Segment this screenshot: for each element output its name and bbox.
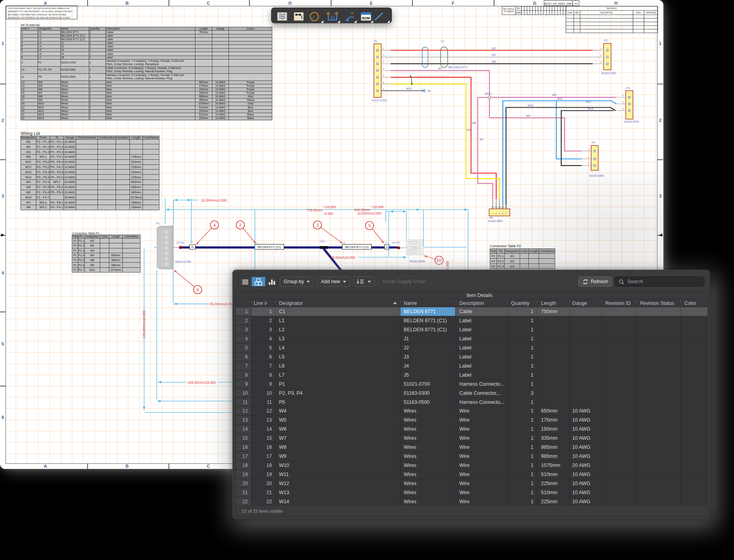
svg-text:1: 1 <box>600 47 602 50</box>
svg-text:10.00mm±2.000: 10.00mm±2.000 <box>357 211 382 215</box>
svg-text:CP P2: CP P2 <box>392 241 400 244</box>
svg-text:SPL1: SPL1 <box>485 92 492 95</box>
svg-text:1: 1 <box>588 148 590 151</box>
svg-text:55.00mm±5.000: 55.00mm±5.000 <box>331 256 355 259</box>
svg-text:51163-0300: 51163-0300 <box>410 259 425 263</box>
svg-text:Nc: Nc <box>427 90 431 92</box>
svg-text:125.00mm±10.000: 125.00mm±10.000 <box>142 310 146 338</box>
svg-text:J2: J2 <box>386 246 388 248</box>
svg-text:2: 2 <box>622 101 624 103</box>
svg-text:P4: P4 <box>592 141 595 144</box>
svg-text:225.00mm±15.000: 225.00mm±15.000 <box>188 381 216 385</box>
svg-text:1: 1 <box>383 47 384 50</box>
svg-text:W12: W12 <box>586 101 592 103</box>
svg-text:W7: W7 <box>479 138 484 141</box>
svg-text:W9: W9 <box>467 129 471 131</box>
svg-text:51021-0700: 51021-0700 <box>372 99 386 102</box>
svg-text:C1: C1 <box>441 40 444 43</box>
svg-text:3: 3 <box>588 162 590 165</box>
svg-text:2: 2 <box>600 54 602 56</box>
svg-text:BELDEN 8771: BELDEN 8771 <box>448 65 468 69</box>
svg-text:P2: P2 <box>604 39 608 42</box>
svg-text:5: 5 <box>368 223 371 228</box>
svg-text:5: 5 <box>383 74 384 77</box>
svg-text:W11: W11 <box>557 97 563 100</box>
svg-text:775.00mm: 775.00mm <box>307 208 322 212</box>
svg-text:7: 7 <box>383 88 384 90</box>
svg-text:2: 2 <box>588 156 590 159</box>
svg-text:P5: P5 <box>489 217 493 219</box>
svg-text:3: 3 <box>622 108 624 110</box>
svg-text:W13: W13 <box>528 104 534 107</box>
svg-text:L4: L4 <box>385 241 387 244</box>
svg-text:1: 1 <box>622 94 624 97</box>
svg-text:BELDEN 8771 (C1): BELDEN 8771 (C1) <box>345 246 369 249</box>
svg-text:W1: W1 <box>492 47 496 50</box>
svg-text:W6: W6 <box>526 114 530 117</box>
svg-text:J1: J1 <box>191 246 194 248</box>
svg-text:molex: molex <box>412 247 418 249</box>
svg-text:W3: W3 <box>492 60 496 63</box>
svg-text:3: 3 <box>316 223 318 228</box>
svg-text:4: 4 <box>213 223 216 228</box>
svg-text:51163-0500: 51163-0500 <box>488 220 503 222</box>
svg-text:10: 10 <box>330 15 335 20</box>
svg-text:10.00mm±2.000: 10.00mm±2.000 <box>201 198 227 202</box>
svg-text:51021-0700: 51021-0700 <box>175 260 191 263</box>
svg-text:P3: P3 <box>626 87 630 90</box>
svg-text:-0.000: -0.000 <box>324 212 333 216</box>
svg-text:+15.000: +15.000 <box>324 205 336 209</box>
svg-text:W1: W1 <box>438 67 442 70</box>
svg-text:2: 2 <box>383 54 384 56</box>
svg-text:51163-0300: 51163-0300 <box>624 120 639 123</box>
svg-text:51163-0300: 51163-0300 <box>589 174 604 177</box>
svg-text:9: 9 <box>197 287 199 292</box>
svg-text:CP P1: CP P1 <box>176 241 184 244</box>
svg-text:W14: W14 <box>588 107 594 110</box>
svg-text:BOM: BOM <box>362 16 370 20</box>
svg-text:W10: W10 <box>406 87 412 90</box>
svg-text:55.00mm±5.00: 55.00mm±5.00 <box>210 302 232 306</box>
svg-text:4: 4 <box>351 11 353 15</box>
svg-text:3: 3 <box>383 61 384 63</box>
svg-text:BELDEN 8771 (C1): BELDEN 8771 (C1) <box>258 246 281 249</box>
svg-text:W5: W5 <box>552 93 556 96</box>
svg-text:2: 2 <box>239 223 242 228</box>
svg-text:51163-0300: 51163-0300 <box>601 72 616 75</box>
svg-text:P1: P1 <box>374 40 378 43</box>
svg-text:W2: W2 <box>492 54 496 56</box>
svg-text:10: 10 <box>436 258 442 263</box>
svg-text:6: 6 <box>383 81 384 84</box>
svg-text:P1: P1 <box>156 222 160 225</box>
svg-text:3: 3 <box>600 61 602 63</box>
svg-text:+15.000: +15.000 <box>371 205 384 209</box>
svg-text:W8: W8 <box>472 121 476 124</box>
svg-text:CP1: CP1 <box>320 240 325 243</box>
svg-text:4: 4 <box>383 67 384 70</box>
svg-text:L2: L2 <box>343 241 345 244</box>
